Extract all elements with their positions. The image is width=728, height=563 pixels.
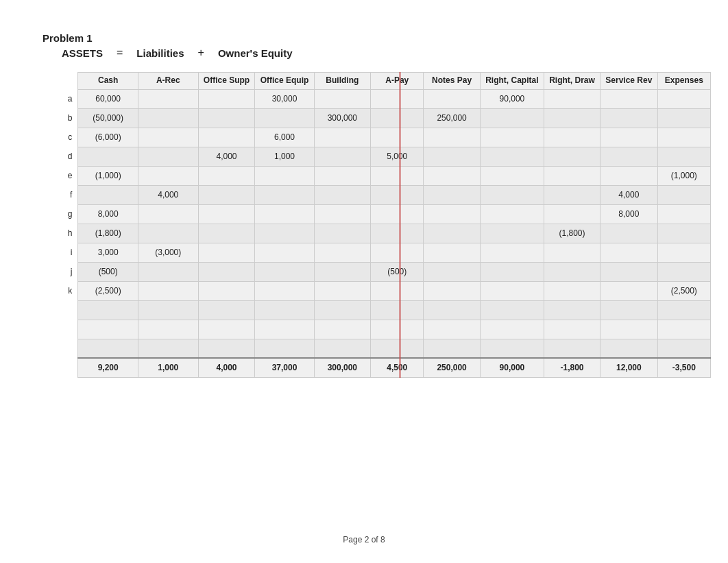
data-cell bbox=[544, 281, 600, 300]
row-label-cell: j bbox=[58, 262, 78, 281]
data-cell bbox=[314, 128, 370, 147]
header-rightdraw: Right, Draw bbox=[544, 73, 600, 90]
data-cell bbox=[138, 339, 198, 358]
data-cell bbox=[480, 339, 544, 358]
row-label-cell: b bbox=[58, 108, 78, 128]
blank-row bbox=[58, 339, 711, 358]
data-cell: 300,000 bbox=[314, 108, 370, 128]
data-cell bbox=[314, 243, 370, 262]
data-cell bbox=[255, 185, 314, 204]
liabilities-label: Liabilities bbox=[136, 47, 184, 59]
data-cell bbox=[314, 89, 370, 108]
totals-cell: 9,200 bbox=[78, 358, 138, 377]
data-cell bbox=[424, 320, 480, 339]
data-cell: 60,000 bbox=[78, 89, 138, 108]
accounting-table-wrapper: Cash A-Rec Office Supp Office Equip Buil… bbox=[58, 72, 711, 378]
data-cell bbox=[600, 320, 658, 339]
table-row: g8,0008,000 bbox=[58, 204, 711, 224]
data-cell: (500) bbox=[371, 262, 424, 281]
data-cell: 8,000 bbox=[600, 204, 658, 224]
data-cell bbox=[314, 281, 370, 300]
data-cell bbox=[600, 89, 658, 108]
data-cell bbox=[657, 89, 710, 108]
data-cell: 4,000 bbox=[198, 147, 255, 166]
data-cell bbox=[371, 281, 424, 300]
table-row: c(6,000)6,000 bbox=[58, 128, 711, 147]
data-cell bbox=[255, 281, 314, 300]
data-cell bbox=[544, 204, 600, 224]
data-cell bbox=[255, 300, 314, 320]
data-cell bbox=[600, 166, 658, 185]
data-cell bbox=[371, 243, 424, 262]
data-cell bbox=[138, 166, 198, 185]
data-cell bbox=[544, 147, 600, 166]
data-cell bbox=[480, 147, 544, 166]
data-cell bbox=[600, 300, 658, 320]
data-cell bbox=[424, 300, 480, 320]
data-cell bbox=[138, 108, 198, 128]
row-label-cell: f bbox=[58, 185, 78, 204]
data-cell bbox=[600, 108, 658, 128]
data-cell bbox=[314, 262, 370, 281]
data-cell bbox=[78, 320, 138, 339]
data-cell bbox=[544, 262, 600, 281]
data-cell bbox=[657, 147, 710, 166]
data-cell bbox=[424, 262, 480, 281]
data-cell bbox=[78, 185, 138, 204]
data-cell bbox=[255, 224, 314, 243]
data-cell bbox=[544, 300, 600, 320]
data-cell bbox=[480, 224, 544, 243]
row-label-cell bbox=[58, 300, 78, 320]
data-cell bbox=[255, 204, 314, 224]
data-cell bbox=[255, 166, 314, 185]
header-building: Building bbox=[314, 73, 370, 90]
data-cell bbox=[480, 243, 544, 262]
table-row: a60,00030,00090,000 bbox=[58, 89, 711, 108]
row-label-cell bbox=[58, 339, 78, 358]
data-cell bbox=[480, 320, 544, 339]
data-cell bbox=[198, 89, 255, 108]
data-cell bbox=[198, 224, 255, 243]
header-offsupp: Office Supp bbox=[198, 73, 255, 90]
data-cell: 5,000 bbox=[371, 147, 424, 166]
data-cell: 90,000 bbox=[480, 89, 544, 108]
data-cell bbox=[657, 128, 710, 147]
totals-cell: -1,800 bbox=[544, 358, 600, 377]
totals-cell: -3,500 bbox=[657, 358, 710, 377]
data-cell bbox=[657, 262, 710, 281]
data-cell: 4,000 bbox=[600, 185, 658, 204]
data-cell bbox=[138, 300, 198, 320]
header-expenses: Expenses bbox=[657, 73, 710, 90]
data-cell bbox=[138, 204, 198, 224]
blank-row bbox=[58, 320, 711, 339]
totals-cell: 300,000 bbox=[314, 358, 370, 377]
page-title: Problem 1 bbox=[43, 32, 93, 44]
table-row: d4,0001,0005,000 bbox=[58, 147, 711, 166]
data-cell bbox=[314, 339, 370, 358]
data-cell bbox=[198, 339, 255, 358]
data-cell bbox=[371, 204, 424, 224]
data-cell bbox=[424, 128, 480, 147]
data-cell bbox=[544, 320, 600, 339]
data-cell bbox=[424, 166, 480, 185]
header-servicerev: Service Rev bbox=[600, 73, 658, 90]
data-cell bbox=[314, 320, 370, 339]
data-cell: (1,800) bbox=[78, 224, 138, 243]
data-cell bbox=[138, 281, 198, 300]
plus-sign: + bbox=[198, 47, 204, 59]
data-cell bbox=[255, 243, 314, 262]
totals-cell: 37,000 bbox=[255, 358, 314, 377]
data-cell: (3,000) bbox=[138, 243, 198, 262]
data-cell: (2,500) bbox=[657, 281, 710, 300]
data-cell: 8,000 bbox=[78, 204, 138, 224]
data-cell: 6,000 bbox=[255, 128, 314, 147]
owners-equity-label: Owner's Equity bbox=[218, 47, 293, 59]
data-cell bbox=[314, 185, 370, 204]
data-cell bbox=[371, 128, 424, 147]
data-cell bbox=[544, 108, 600, 128]
data-cell bbox=[314, 204, 370, 224]
data-cell bbox=[600, 281, 658, 300]
data-cell bbox=[657, 243, 710, 262]
data-cell bbox=[424, 147, 480, 166]
data-cell bbox=[255, 339, 314, 358]
